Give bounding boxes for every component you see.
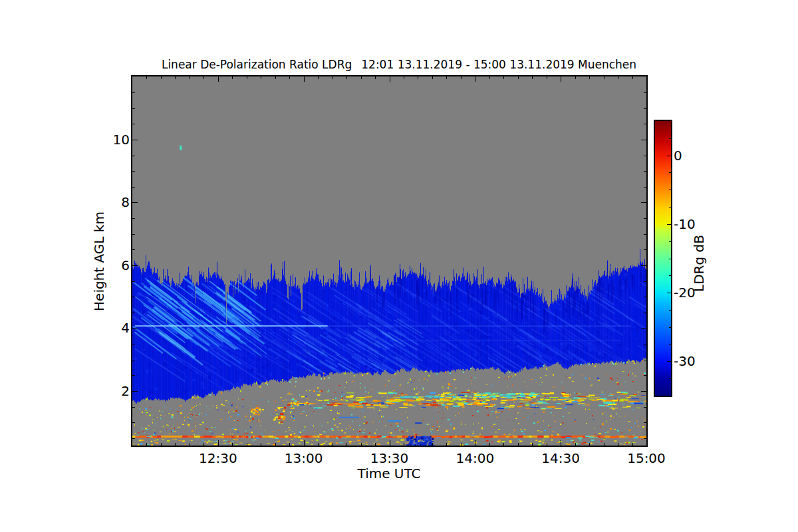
x-tick-label: 12:30 — [199, 450, 237, 466]
y-tick-label: 8 — [76, 194, 130, 210]
y-tick-label: 4 — [76, 320, 130, 336]
x-axis-title: Time UTC — [358, 466, 421, 481]
colorbar-tick-label: -20 — [674, 285, 696, 301]
chart-title-range: 12:01 13.11.2019 - 15:00 13.11.2019 Muen… — [361, 58, 636, 71]
x-tick-label: 14:00 — [456, 450, 495, 466]
heatmap-canvas — [132, 76, 646, 446]
x-tick-label: 14:30 — [541, 450, 580, 466]
colorbar-tick-label: -10 — [674, 216, 696, 232]
colorbar-title: LDRg dB — [691, 235, 707, 292]
y-tick-label: 2 — [76, 383, 130, 399]
x-tick-label: 15:00 — [627, 450, 666, 466]
x-tick-label: 13:30 — [370, 450, 409, 466]
chart-title-main: Linear De-Polarization Ratio LDRg — [162, 58, 352, 71]
colorbar-canvas — [655, 121, 671, 396]
ldr-quicklook-page: Linear De-Polarization Ratio LDRg 12:01 … — [0, 0, 798, 532]
heatmap-plot-area — [131, 75, 648, 447]
y-tick-label: 6 — [76, 257, 130, 273]
colorbar-tick-label: 0 — [674, 148, 682, 164]
chart-title: Linear De-Polarization Ratio LDRg 12:01 … — [0, 58, 798, 71]
colorbar — [654, 120, 672, 397]
colorbar-tick-label: -30 — [674, 353, 696, 369]
x-tick-label: 13:00 — [285, 450, 323, 466]
y-tick-label: 10 — [76, 132, 130, 148]
